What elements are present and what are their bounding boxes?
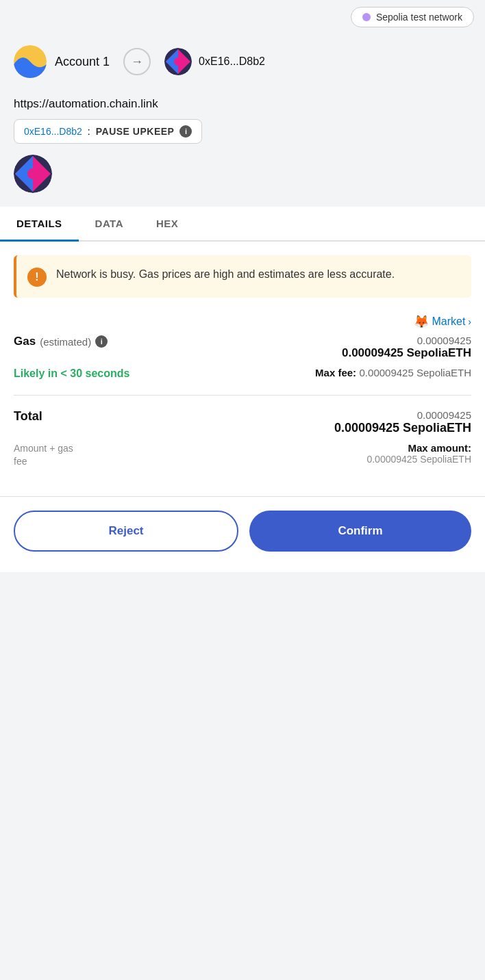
max-fee-section: Max fee: 0.00009425 SepoliaETH bbox=[315, 367, 471, 379]
max-amount-section: Max amount: 0.00009425 SepoliaETH bbox=[366, 442, 471, 465]
info-icon[interactable]: i bbox=[179, 125, 192, 138]
tab-details[interactable]: DETAILS bbox=[0, 207, 79, 240]
network-label: Sepolia test network bbox=[376, 12, 462, 23]
market-link[interactable]: 🦊 Market › bbox=[414, 314, 471, 329]
total-label: Total bbox=[14, 409, 42, 424]
gas-row: Gas (estimated) i 0.00009425 0.00009425 … bbox=[14, 335, 471, 360]
contract-separator: : bbox=[88, 126, 90, 137]
contract-address: 0xE16...D8b2 bbox=[24, 126, 82, 137]
chevron-right-icon: › bbox=[468, 316, 471, 327]
gas-text: Gas bbox=[14, 335, 36, 348]
to-info: 0xE16...D8b2 bbox=[164, 48, 265, 75]
account-name: Account 1 bbox=[55, 55, 110, 69]
svg-point-3 bbox=[174, 57, 182, 66]
gas-label: Gas (estimated) i bbox=[14, 335, 108, 348]
tab-hex[interactable]: HEX bbox=[140, 207, 195, 240]
total-row: Total 0.00009425 0.00009425 SepoliaETH bbox=[14, 409, 471, 435]
gas-estimated: (estimated) bbox=[40, 336, 91, 348]
network-bar: Sepolia test network bbox=[0, 0, 485, 34]
to-avatar bbox=[164, 48, 192, 75]
confirm-button[interactable]: Confirm bbox=[249, 511, 471, 552]
gas-eth-large: 0.00009425 SepoliaETH bbox=[342, 346, 471, 360]
max-fee-label: Max fee: bbox=[315, 367, 356, 378]
gas-info-icon[interactable]: i bbox=[95, 335, 108, 348]
main-content: ! Network is busy. Gas prices are high a… bbox=[0, 242, 485, 496]
total-values: 0.00009425 0.00009425 SepoliaETH bbox=[334, 409, 471, 435]
site-avatar bbox=[14, 155, 52, 193]
contract-method: PAUSE UPKEEP bbox=[96, 126, 175, 137]
total-section: Total 0.00009425 0.00009425 SepoliaETH A… bbox=[14, 409, 471, 469]
network-pill[interactable]: Sepolia test network bbox=[351, 7, 474, 27]
svg-point-1 bbox=[16, 62, 30, 75]
gas-values: 0.00009425 0.00009425 SepoliaETH bbox=[342, 335, 471, 360]
warning-box: ! Network is busy. Gas prices are high a… bbox=[14, 255, 471, 298]
account-avatar bbox=[14, 45, 47, 78]
gas-section: Gas (estimated) i 0.00009425 0.00009425 … bbox=[14, 335, 471, 381]
max-amount-label: Max amount: bbox=[366, 442, 471, 454]
max-fee-value: 0.00009425 SepoliaETH bbox=[360, 367, 471, 378]
network-dot-icon bbox=[362, 13, 371, 21]
site-info: https://automation.chain.link 0xE16...D8… bbox=[0, 89, 485, 207]
warning-text: Network is busy. Gas prices are high and… bbox=[56, 266, 395, 287]
to-address: 0xE16...D8b2 bbox=[199, 55, 265, 68]
likely-row: Likely in < 30 seconds Max fee: 0.000094… bbox=[14, 367, 471, 381]
market-label: Market bbox=[432, 315, 465, 328]
total-eth-large: 0.00009425 SepoliaETH bbox=[334, 421, 471, 435]
gas-eth-small: 0.00009425 bbox=[342, 335, 471, 346]
fox-icon: 🦊 bbox=[414, 314, 429, 329]
market-row: 🦊 Market › bbox=[14, 314, 471, 329]
svg-point-5 bbox=[27, 168, 38, 179]
warning-icon: ! bbox=[27, 268, 47, 287]
arrow-icon: → bbox=[123, 48, 151, 75]
footer: Reject Confirm bbox=[0, 496, 485, 572]
site-url: https://automation.chain.link bbox=[14, 97, 471, 111]
likely-text: Likely in < 30 seconds bbox=[14, 367, 129, 381]
tabs: DETAILS DATA HEX bbox=[0, 207, 485, 242]
amount-gas-row: Amount + gasfee Max amount: 0.00009425 S… bbox=[14, 442, 471, 469]
account-header: Account 1 → 0xE16...D8b2 bbox=[0, 34, 485, 89]
amount-gas-label: Amount + gasfee bbox=[14, 442, 73, 469]
total-eth-small: 0.00009425 bbox=[334, 409, 471, 421]
reject-button[interactable]: Reject bbox=[14, 511, 238, 552]
contract-badge: 0xE16...D8b2 : PAUSE UPKEEP i bbox=[14, 119, 202, 144]
tab-data[interactable]: DATA bbox=[79, 207, 140, 240]
divider bbox=[14, 395, 471, 396]
max-amount-value: 0.00009425 SepoliaETH bbox=[366, 454, 471, 465]
